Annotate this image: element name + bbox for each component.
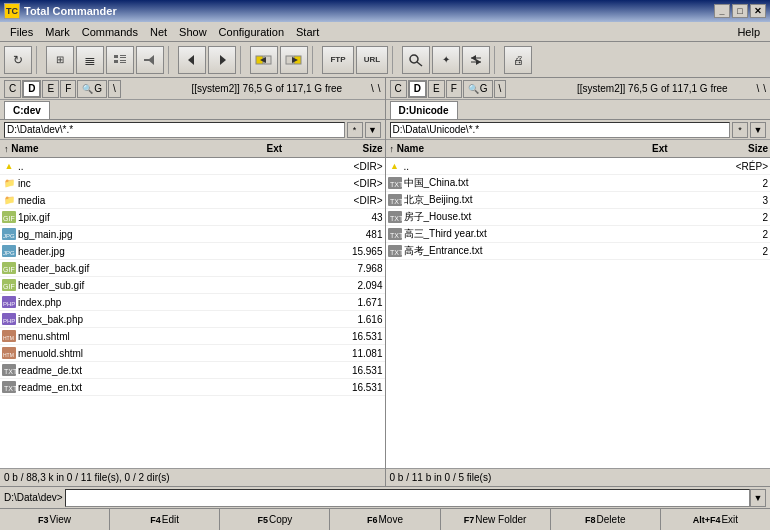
right-tab-dunicode[interactable]: D:Unicode <box>390 101 458 119</box>
menu-net[interactable]: Net <box>144 24 173 40</box>
menu-mark[interactable]: Mark <box>39 24 75 40</box>
jpg-file-icon: JPG <box>2 245 16 257</box>
list-item[interactable]: GIF 1pix.gif 43 <box>0 209 385 226</box>
svg-rect-7 <box>144 59 149 61</box>
right-col-ext[interactable]: Ext <box>650 143 705 154</box>
right-drive-e[interactable]: E <box>428 80 445 98</box>
right-drive-c[interactable]: C <box>390 80 407 98</box>
left-drive-bar: C D E F 🔍G \ [[system2]] 76,5 G of 117,1… <box>0 78 385 100</box>
altf4-exit-button[interactable]: Alt+F4 Exit <box>661 509 770 531</box>
pack-left-button[interactable] <box>250 46 278 74</box>
view-list-button[interactable]: ≣ <box>76 46 104 74</box>
list-item[interactable]: HTM menuold.shtml 11.081 <box>0 345 385 362</box>
list-item[interactable]: 📁 inc <DIR> <box>0 175 385 192</box>
parent-folder-icon: ▲ <box>388 160 402 172</box>
right-path-input[interactable] <box>390 122 731 138</box>
left-drive-c[interactable]: C <box>4 80 21 98</box>
f3-view-button[interactable]: F3 View <box>0 509 110 531</box>
right-drive-network[interactable]: \ <box>494 80 507 98</box>
list-item[interactable]: HTM menu.shtml 16.531 <box>0 328 385 345</box>
toolbar-separator <box>36 46 42 74</box>
list-item[interactable]: TXT 中国_China.txt 2 <box>386 175 771 192</box>
gif-file-icon: GIF <box>2 211 16 223</box>
pack-right-button[interactable] <box>280 46 308 74</box>
sync-button[interactable] <box>462 46 490 74</box>
minimize-button[interactable]: _ <box>714 4 730 18</box>
toolbar-separator-3 <box>240 46 246 74</box>
forward-button[interactable] <box>208 46 236 74</box>
toolbar-separator-6 <box>494 46 500 74</box>
list-item[interactable]: TXT readme_de.txt 16.531 <box>0 362 385 379</box>
list-item[interactable]: ▲ .. <DIR> <box>0 158 385 175</box>
right-panel-path: * ▼ <box>386 120 771 140</box>
cmd-input[interactable] <box>65 489 750 507</box>
left-tab-cdev[interactable]: C:dev <box>4 101 50 119</box>
menu-configuration[interactable]: Configuration <box>213 24 290 40</box>
right-drive-d[interactable]: D <box>408 80 427 98</box>
maximize-button[interactable]: □ <box>732 4 748 18</box>
left-drive-network[interactable]: \ <box>108 80 121 98</box>
left-drive-e[interactable]: E <box>42 80 59 98</box>
list-item[interactable]: GIF header_back.gif 7.968 <box>0 260 385 277</box>
f8-delete-button[interactable]: F8 Delete <box>551 509 661 531</box>
left-drive-d[interactable]: D <box>22 80 41 98</box>
menu-files[interactable]: Files <box>4 24 39 40</box>
print-button[interactable]: 🖨 <box>504 46 532 74</box>
right-panel: C D E F 🔍G \ [[system2]] 76,5 G of 117,1… <box>386 78 771 486</box>
menu-start[interactable]: Start <box>290 24 325 40</box>
list-item[interactable]: TXT 高三_Third year.txt 2 <box>386 226 771 243</box>
list-item[interactable]: TXT 高考_Entrance.txt 2 <box>386 243 771 260</box>
list-item[interactable]: 📁 media <DIR> <box>0 192 385 209</box>
left-drive-f[interactable]: F <box>60 80 76 98</box>
list-item[interactable]: JPG bg_main.jpg 481 <box>0 226 385 243</box>
left-path-input[interactable] <box>4 122 345 138</box>
f7-newfolder-button[interactable]: F7 New Folder <box>441 509 551 531</box>
view-details-button[interactable] <box>106 46 134 74</box>
left-col-ext[interactable]: Ext <box>265 143 320 154</box>
right-drive-g[interactable]: 🔍G <box>463 80 493 98</box>
left-panel: C D E F 🔍G \ [[system2]] 76,5 G of 117,1… <box>0 78 386 486</box>
f6-move-button[interactable]: F6 Move <box>330 509 440 531</box>
left-path-arrow[interactable]: ▼ <box>365 122 381 138</box>
list-item[interactable]: ▲ .. <RÉP> <box>386 158 771 175</box>
left-drive-g[interactable]: 🔍G <box>77 80 107 98</box>
view-icons-button[interactable]: ⊞ <box>46 46 74 74</box>
list-item[interactable]: TXT 北京_Beijing.txt 3 <box>386 192 771 209</box>
right-header-sep: \ <box>756 83 759 94</box>
ftp-button[interactable]: FTP <box>322 46 354 74</box>
left-path-star[interactable]: * <box>347 122 363 138</box>
left-col-size[interactable]: Size <box>320 143 385 154</box>
right-col-name[interactable]: ↑ Name <box>386 143 651 154</box>
right-drive-f[interactable]: F <box>446 80 462 98</box>
close-button[interactable]: ✕ <box>750 4 766 18</box>
list-item[interactable]: PHP index_bak.php 1.616 <box>0 311 385 328</box>
find-button[interactable] <box>402 46 430 74</box>
refresh-button[interactable]: ↻ <box>4 46 32 74</box>
left-col-name[interactable]: ↑ Name <box>0 143 265 154</box>
f5-copy-button[interactable]: F5 Copy <box>220 509 330 531</box>
select-button[interactable]: ✦ <box>432 46 460 74</box>
list-item[interactable]: JPG header.jpg 15.965 <box>0 243 385 260</box>
parent-folder-icon: ▲ <box>2 160 16 172</box>
svg-text:GIF: GIF <box>3 266 15 273</box>
list-item[interactable]: PHP index.php 1.671 <box>0 294 385 311</box>
right-col-size[interactable]: Size <box>705 143 770 154</box>
toolbar-separator-4 <box>312 46 318 74</box>
svg-text:TXT: TXT <box>4 385 16 392</box>
right-path-star[interactable]: * <box>732 122 748 138</box>
back-button[interactable] <box>178 46 206 74</box>
menu-help[interactable]: Help <box>731 24 766 40</box>
list-item[interactable]: TXT readme_en.txt 16.531 <box>0 379 385 396</box>
menu-show[interactable]: Show <box>173 24 213 40</box>
gif-file-icon: GIF <box>2 262 16 274</box>
svg-text:GIF: GIF <box>3 283 15 290</box>
right-path-arrow[interactable]: ▼ <box>750 122 766 138</box>
copy-left-button[interactable] <box>136 46 164 74</box>
menu-commands[interactable]: Commands <box>76 24 144 40</box>
list-item[interactable]: TXT 房子_House.txt 2 <box>386 209 771 226</box>
list-item[interactable]: GIF header_sub.gif 2.094 <box>0 277 385 294</box>
right-drive-bar: C D E F 🔍G \ [[system2]] 76,5 G of 117,1… <box>386 78 771 100</box>
url-button[interactable]: URL <box>356 46 388 74</box>
cmd-dropdown-button[interactable]: ▼ <box>750 489 766 507</box>
f4-edit-button[interactable]: F4 Edit <box>110 509 220 531</box>
